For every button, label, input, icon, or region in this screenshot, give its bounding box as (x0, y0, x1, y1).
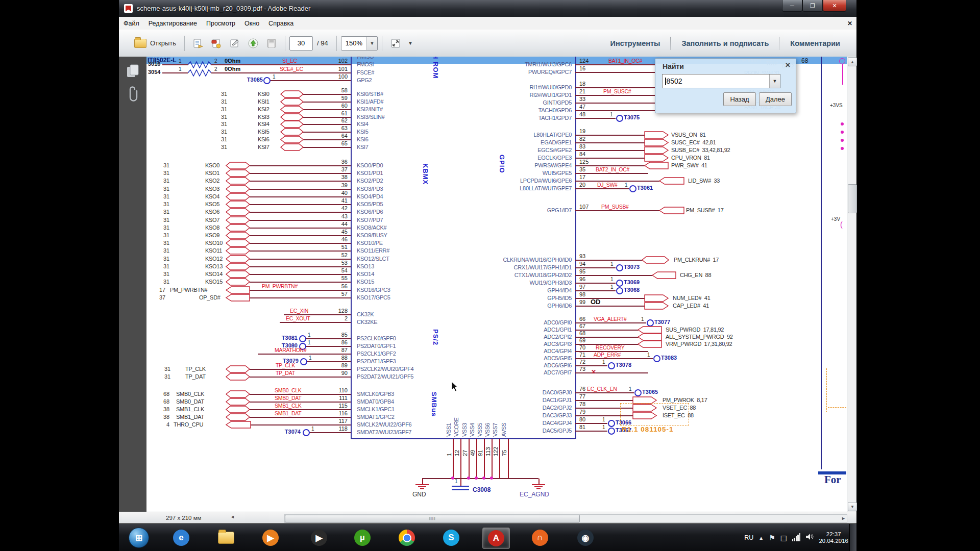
create-pdf-icon[interactable] (210, 37, 223, 49)
internet-explorer-icon[interactable]: e (168, 528, 194, 548)
pdf-document-page[interactable]: IT8502E-LH ROMKBMXPS/2SMBusGPIOFMISOFMOS… (146, 57, 847, 512)
audio-player-icon[interactable]: ▶ (306, 528, 332, 548)
mouse-cursor (452, 382, 460, 393)
menu-edit[interactable]: Редактирование (144, 18, 202, 29)
net-name: KSI1 (258, 98, 270, 105)
net-name: PWR_SW# 41 (671, 162, 707, 168)
language-indicator[interactable]: RU (744, 534, 753, 541)
net-label: EC_XOUT (286, 315, 310, 321)
testpoint-circle (263, 77, 271, 84)
fill-sign-button[interactable]: Заполнить и подписать (678, 36, 772, 51)
toolbar: Открыть / 94 150% ▼ (119, 30, 856, 57)
pin-name: ADC7/GPI7 (449, 369, 572, 375)
wire (415, 484, 429, 485)
wire (575, 210, 659, 211)
utorrent-icon[interactable]: µ (349, 528, 376, 548)
desktop: scheme-asus-k40ij-k50ij-mb_r20_0309.pdf … (119, 0, 856, 551)
sign-icon[interactable] (229, 37, 241, 49)
attachments-paperclip-icon[interactable] (126, 86, 139, 104)
find-next-button[interactable]: Далее (759, 92, 792, 106)
wire (351, 57, 352, 439)
toolbar-separator (285, 36, 285, 51)
vertical-scrollbar[interactable]: ▲ ▼ (847, 57, 856, 512)
net-label: TP_DAT (276, 370, 295, 376)
open-button[interactable]: Открыть (130, 36, 180, 51)
net-port-symbol (226, 414, 250, 420)
menu-file[interactable]: Файл (119, 18, 144, 29)
clock[interactable]: 22:37 20.04.2016 (819, 531, 848, 544)
net-name: PM_PWRBTN# (170, 287, 207, 293)
pin-name: CLKRUN#/WUI16/GPH0/ID0 (449, 257, 572, 263)
find-history-dropdown-icon[interactable]: ▼ (769, 74, 780, 88)
wire (250, 212, 351, 213)
zoom-control[interactable]: 150% ▼ (341, 36, 378, 51)
action-center-flag-icon[interactable]: ⚑ (769, 534, 775, 542)
pin-name: KSO9/BUSY (357, 232, 387, 238)
menu-view[interactable]: Просмотр (202, 18, 240, 29)
show-desktop-button[interactable] (849, 524, 856, 551)
wire (575, 150, 645, 151)
horizontal-scrollbar[interactable]: ⦀⦀⦀ ► (284, 514, 847, 523)
testpoint-circle (616, 264, 623, 271)
resize-window-icon[interactable] (389, 37, 402, 49)
net-page-refs: 41 (699, 162, 707, 168)
magenta-dot (841, 139, 844, 142)
find-back-button[interactable]: Назад (723, 92, 756, 106)
power-pin-number: 122 (493, 441, 499, 456)
tools-button[interactable]: Инструменты (607, 36, 664, 51)
page-thumbnails-icon[interactable] (126, 64, 139, 79)
menu-window[interactable]: Окно (240, 18, 264, 29)
volume-icon[interactable] (805, 533, 814, 543)
minimize-button[interactable]: ─ (782, 0, 802, 12)
tray-app-icon[interactable]: ▤ (780, 534, 787, 542)
maximize-button[interactable]: ❐ (802, 0, 823, 12)
net-label: PM_PWRBTN# (262, 283, 298, 289)
chip-section-label: H ROM (432, 57, 439, 79)
testpoint-label: T3078 (616, 362, 631, 368)
scroll-down-icon[interactable]: ▼ (848, 502, 857, 511)
skype-icon[interactable]: S (438, 528, 464, 548)
chrome-icon[interactable] (394, 528, 420, 548)
power-pin-name: VSS6 (484, 406, 491, 437)
hscroll-right-icon[interactable]: ► (841, 516, 846, 521)
adobe-reader-icon[interactable]: A (482, 528, 510, 549)
upload-cloud-icon[interactable] (247, 37, 259, 49)
toolbar-more-icon[interactable]: ▼ (408, 40, 413, 46)
wire (575, 298, 645, 299)
zoom-dropdown-icon[interactable]: ▼ (366, 37, 377, 50)
scroll-up-icon[interactable]: ▲ (848, 57, 857, 66)
horizontal-scroll-thumb[interactable]: ⦀⦀⦀ (285, 515, 580, 522)
close-button[interactable]: ✕ (823, 0, 846, 12)
testpoint-circle (653, 355, 660, 362)
testpoint-pin: 1 (610, 112, 613, 117)
save-icon[interactable] (265, 37, 278, 49)
title-bar[interactable]: scheme-asus-k40ij-k50ij-mb_r20_0309.pdf … (119, 0, 856, 17)
find-dialog-close-icon[interactable]: ✕ (785, 61, 791, 69)
close-icon[interactable]: ✕ (847, 20, 852, 27)
browser-sphere-icon[interactable]: ◉ (572, 528, 599, 548)
vertical-scroll-thumb[interactable] (848, 184, 857, 213)
power-pin-number: 91 (477, 441, 483, 456)
comments-button[interactable]: Комментарии (787, 36, 843, 51)
start-button[interactable]: ⊞ (126, 528, 152, 548)
music-app-icon[interactable]: ∩ (527, 528, 553, 548)
pin-number: 60 (325, 103, 348, 109)
find-search-input[interactable]: 8502 ▼ (662, 74, 780, 88)
page-ref: 31 (221, 114, 227, 120)
pin-name: GINT/GPD5 (449, 99, 572, 106)
net-port-symbol (226, 398, 250, 405)
hscroll-left-icon[interactable]: ◄ (230, 514, 235, 519)
pin-name: SMDAT2/WUI23/GPF7 (357, 429, 411, 435)
media-player-icon[interactable]: ▶ (257, 528, 284, 548)
pin-number: 66 (579, 316, 585, 322)
net-label: VGA_ALERT# (594, 316, 627, 322)
page-number-input[interactable] (289, 36, 313, 51)
wire (575, 95, 655, 96)
power-pin-name: AVSS (501, 406, 507, 437)
hidden-icons-arrow[interactable]: ▲ (758, 535, 764, 541)
send-file-icon[interactable] (192, 37, 204, 49)
network-icon[interactable] (792, 534, 801, 541)
menu-help[interactable]: Справка (264, 18, 298, 29)
power-pin-name: VSS7 (492, 406, 499, 437)
explorer-folder-icon[interactable] (213, 528, 239, 548)
